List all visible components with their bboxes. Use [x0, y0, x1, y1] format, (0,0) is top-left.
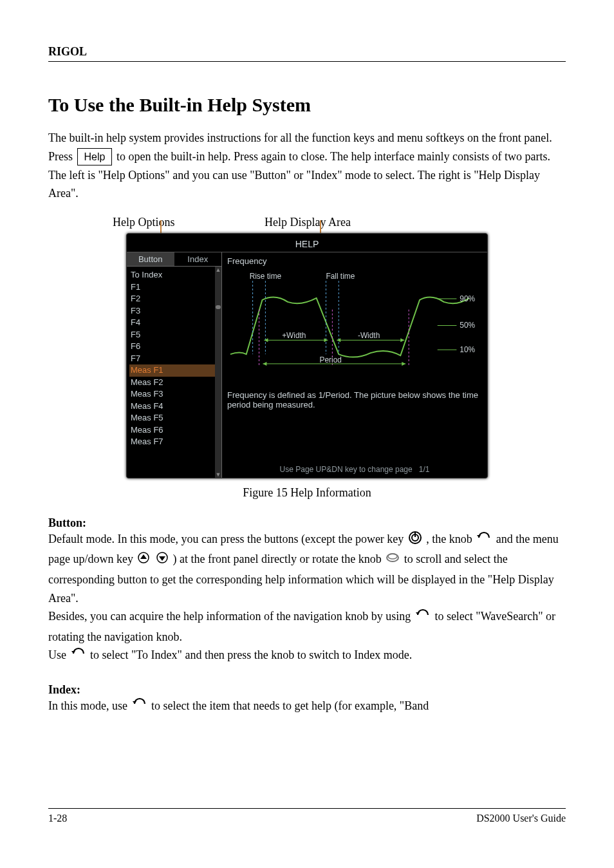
- waveform-diagram: Rise time Fall time +Width -Width Period…: [227, 266, 482, 388]
- figure: Help Options Help Display Area HELP Butt…: [48, 216, 566, 500]
- knob-icon: [415, 608, 431, 628]
- label-10: 10%: [460, 345, 475, 354]
- label-rise-time: Rise time: [250, 272, 282, 281]
- help-topic-title: Frequency: [227, 256, 482, 266]
- label-90: 90%: [460, 294, 475, 303]
- list-item[interactable]: F7: [129, 353, 221, 365]
- list-item[interactable]: Meas F6: [129, 424, 221, 437]
- page-down-icon: [156, 551, 169, 570]
- list-item[interactable]: F2: [129, 293, 221, 305]
- list-item-selected[interactable]: Meas F1: [129, 364, 221, 377]
- section-index-heading: Index:: [48, 683, 566, 697]
- power-icon: [408, 531, 422, 551]
- list-item[interactable]: Meas F2: [129, 377, 221, 389]
- scrollbar[interactable]: ▲ ▼: [215, 267, 221, 478]
- help-body: Button Index To Index F1 F2 F3 F4 F5 F6 …: [127, 252, 487, 478]
- help-list[interactable]: To Index F1 F2 F3 F4 F5 F6 F7 Meas F1 Me…: [127, 267, 221, 448]
- list-item[interactable]: F5: [129, 329, 221, 341]
- svg-marker-17: [263, 362, 266, 366]
- callout-labels: Help Options Help Display Area: [100, 216, 460, 229]
- svg-marker-24: [140, 554, 147, 559]
- list-item[interactable]: F6: [129, 341, 221, 353]
- section-index-body: In this mode, use to select the item tha…: [48, 697, 566, 717]
- label-nwidth: -Width: [358, 332, 380, 341]
- help-window: HELP Button Index To Index F1 F2 F3 F4: [126, 233, 488, 478]
- tab-button[interactable]: Button: [127, 252, 174, 266]
- intro-text-2: to open the built-in help. Press again t…: [48, 150, 550, 200]
- list-item[interactable]: Meas F7: [129, 436, 221, 448]
- knob-icon: [71, 646, 86, 666]
- nav-knob-icon: [386, 551, 400, 571]
- list-item[interactable]: Meas F5: [129, 412, 221, 424]
- list-item[interactable]: F1: [129, 281, 221, 294]
- page-up-icon: [137, 551, 150, 570]
- help-title: HELP: [127, 234, 487, 252]
- page: RIGOL To Use the Built-in Help System Th…: [0, 0, 614, 868]
- text: ) at the front panel directly or rotate …: [172, 552, 384, 565]
- page-footer: 1-28 DS2000 User's Guide: [48, 808, 566, 824]
- knob-icon: [132, 697, 147, 717]
- help-content: Frequency: [222, 252, 487, 478]
- list-item[interactable]: To Index: [129, 269, 221, 281]
- page-title: To Use the Built-in Help System: [48, 94, 566, 116]
- running-header: RIGOL: [48, 45, 566, 62]
- text: Besides, you can acquire the help inform…: [48, 610, 414, 623]
- callout-left: Help Options: [113, 216, 175, 229]
- figure-caption: Figure 15 Help Information: [48, 486, 566, 500]
- list-item[interactable]: F4: [129, 317, 221, 329]
- help-keycap: Help: [77, 148, 113, 166]
- label-pwidth: +Width: [282, 332, 306, 341]
- svg-point-28: [388, 554, 397, 559]
- text: , the knob: [426, 533, 475, 545]
- help-description: Frequency is defined as 1/Period. The pi…: [227, 390, 482, 410]
- label-period: Period: [320, 355, 342, 364]
- svg-marker-18: [402, 362, 405, 366]
- list-item[interactable]: Meas F4: [129, 401, 221, 413]
- tab-index[interactable]: Index: [174, 252, 222, 266]
- help-footer: Use Page UP&DN key to change page 1/1: [222, 465, 487, 474]
- svg-marker-26: [159, 556, 165, 561]
- help-tabs: Button Index: [127, 252, 221, 267]
- knob-icon: [476, 531, 492, 551]
- scroll-up-icon[interactable]: ▲: [215, 267, 221, 273]
- svg-marker-22: [477, 535, 481, 538]
- svg-marker-15: [400, 339, 404, 343]
- label-fall-time: Fall time: [326, 272, 355, 281]
- text: to select "To Index" and then press the …: [90, 648, 412, 661]
- list-item[interactable]: F3: [129, 305, 221, 317]
- intro-paragraph: The built-in help system provides instru…: [48, 129, 566, 203]
- section-button-heading: Button:: [48, 516, 566, 530]
- section-button-body: Default mode. In this mode, you can pres…: [48, 530, 566, 607]
- help-footer-text: Use Page UP&DN key to change page: [280, 465, 413, 474]
- svg-marker-31: [133, 701, 136, 704]
- help-list-wrap: To Index F1 F2 F3 F4 F5 F6 F7 Meas F1 Me…: [127, 267, 221, 478]
- text: to select the item that needs to get hel…: [151, 699, 429, 712]
- text: Use: [48, 648, 70, 661]
- scroll-thumb[interactable]: [216, 305, 221, 309]
- label-50: 50%: [460, 321, 475, 330]
- footer-page-number: 1-28: [48, 813, 67, 824]
- section-button-body-3: Use to select "To Index" and then press …: [48, 646, 566, 666]
- svg-marker-30: [71, 651, 75, 654]
- text: Default mode. In this mode, you can pres…: [48, 533, 407, 545]
- scroll-down-icon[interactable]: ▼: [215, 471, 221, 478]
- callout-right: Help Display Area: [265, 216, 351, 229]
- help-sidebar: Button Index To Index F1 F2 F3 F4 F5 F6 …: [127, 252, 222, 478]
- help-page-indicator: 1/1: [419, 465, 430, 474]
- list-item[interactable]: Meas F3: [129, 388, 221, 401]
- svg-marker-29: [416, 612, 420, 615]
- section-button-body-2: Besides, you can acquire the help inform…: [48, 607, 566, 646]
- footer-doc-title: DS2000 User's Guide: [476, 813, 566, 824]
- text: In this mode, use: [48, 699, 131, 712]
- svg-marker-11: [264, 339, 268, 343]
